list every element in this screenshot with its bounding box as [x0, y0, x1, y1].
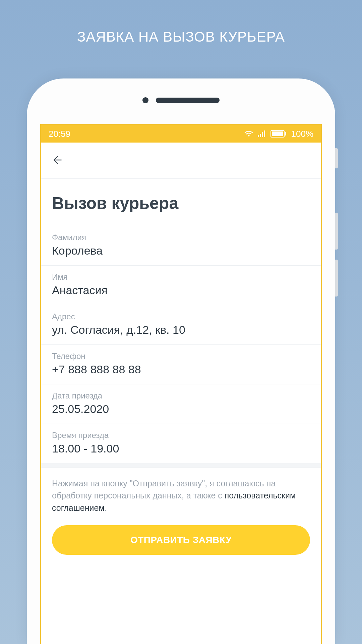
speaker-slot-icon	[156, 98, 220, 103]
content-area: Вызов курьера Фамилия Королева Имя Анаст…	[41, 179, 321, 644]
page-title: Вызов курьера	[41, 179, 321, 226]
svg-rect-5	[272, 131, 283, 136]
battery-percent: 100%	[291, 129, 314, 139]
phone-side-button	[335, 260, 338, 297]
field-label: Телефон	[52, 352, 310, 361]
phone-mockup: 20:59	[27, 78, 335, 644]
field-value: Королева	[52, 244, 310, 257]
phone-side-button	[335, 213, 338, 250]
promo-title: ЗАЯВКА НА ВЫЗОВ КУРЬЕРА	[77, 29, 285, 45]
promo-background: ЗАЯВКА НА ВЫЗОВ КУРЬЕРА 20:59	[0, 0, 362, 644]
submit-button[interactable]: ОТПРАВИТЬ ЗАЯВКУ	[52, 525, 310, 555]
svg-rect-2	[262, 132, 263, 137]
field-value: ул. Согласия, д.12, кв. 10	[52, 323, 310, 336]
phone-side-button	[335, 148, 338, 168]
field-label: Адрес	[52, 312, 310, 321]
signal-icon	[258, 130, 266, 137]
field-firstname[interactable]: Имя Анастасия	[41, 265, 321, 305]
field-value: 25.05.2020	[52, 402, 310, 416]
field-label: Время приезда	[52, 431, 310, 440]
wifi-icon	[244, 130, 253, 137]
status-right: 100%	[244, 129, 314, 139]
svg-rect-3	[264, 130, 265, 137]
field-label: Фамилия	[52, 233, 310, 242]
svg-rect-6	[285, 132, 286, 136]
battery-icon	[270, 130, 287, 138]
section-divider	[41, 463, 321, 468]
camera-dot-icon	[142, 97, 148, 103]
status-time: 20:59	[49, 129, 70, 139]
field-label: Имя	[52, 272, 310, 282]
back-button[interactable]	[50, 153, 66, 169]
field-phone[interactable]: Телефон +7 888 888 88 88	[41, 344, 321, 384]
field-arrival-time[interactable]: Время приезда 18.00 - 19.00	[41, 424, 321, 463]
nav-bar	[41, 143, 321, 179]
field-label: Дата приезда	[52, 391, 310, 400]
app-screen: 20:59	[40, 124, 322, 644]
svg-rect-1	[260, 134, 261, 137]
field-value: 18.00 - 19.00	[52, 442, 310, 455]
field-address[interactable]: Адрес ул. Согласия, д.12, кв. 10	[41, 305, 321, 344]
phone-earpiece	[27, 97, 335, 103]
status-bar: 20:59	[41, 125, 321, 143]
arrow-left-icon	[52, 154, 64, 167]
field-arrival-date[interactable]: Дата приезда 25.05.2020	[41, 384, 321, 424]
consent-suffix: .	[105, 503, 107, 513]
consent-text: Нажимая на кнопку "Отправить заявку", я …	[41, 468, 321, 522]
field-value: +7 888 888 88 88	[52, 363, 310, 376]
field-value: Анастасия	[52, 284, 310, 297]
svg-rect-0	[258, 135, 259, 137]
field-lastname[interactable]: Фамилия Королева	[41, 226, 321, 265]
